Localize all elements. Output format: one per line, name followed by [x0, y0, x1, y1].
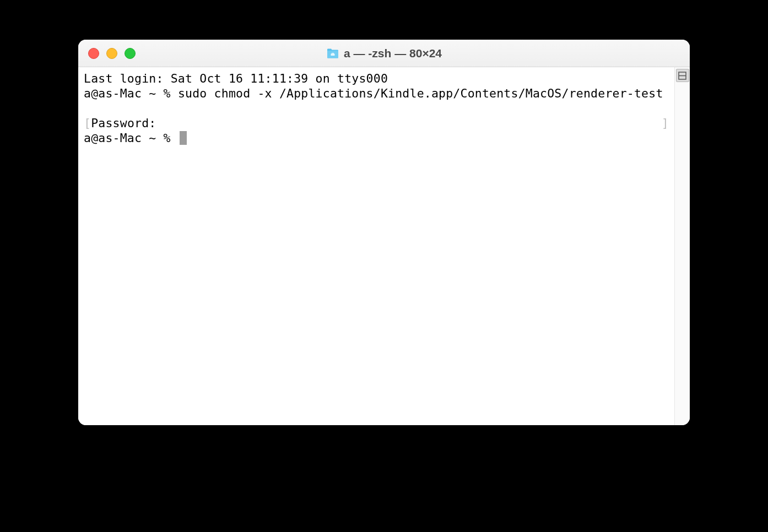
- traffic-lights: [88, 48, 136, 59]
- shell-prompt: a@as-Mac ~ %: [84, 131, 178, 146]
- terminal-line: a@as-Mac ~ % sudo chmod -x /Applications…: [84, 86, 669, 101]
- bracket-left: [: [84, 116, 91, 130]
- close-button[interactable]: [88, 48, 99, 59]
- terminal-line: a@as-Mac ~ %: [84, 131, 669, 146]
- terminal-blank-line: [84, 101, 669, 116]
- folder-icon: [326, 48, 339, 59]
- scroll-indicator-icon[interactable]: [676, 69, 689, 82]
- window-title: a — -zsh — 80×24: [326, 47, 442, 60]
- window-title-text: a — -zsh — 80×24: [344, 47, 442, 60]
- terminal-window: a — -zsh — 80×24 Last login: Sat Oct 16 …: [78, 40, 690, 425]
- terminal-line: [Password:]: [84, 116, 669, 131]
- text-cursor: [180, 131, 187, 145]
- shell-command: sudo chmod -x /Applications/Kindle.app/C…: [178, 86, 663, 100]
- scrollbar[interactable]: [674, 67, 690, 425]
- terminal-output[interactable]: Last login: Sat Oct 16 11:11:39 on ttys0…: [78, 67, 674, 425]
- content-area: Last login: Sat Oct 16 11:11:39 on ttys0…: [78, 67, 690, 425]
- shell-prompt: a@as-Mac ~ %: [84, 86, 178, 100]
- terminal-line: Last login: Sat Oct 16 11:11:39 on ttys0…: [84, 72, 669, 86]
- password-prompt: Password:: [91, 116, 156, 130]
- bracket-right: ]: [662, 116, 669, 131]
- minimize-button[interactable]: [106, 48, 117, 59]
- zoom-button[interactable]: [125, 48, 136, 59]
- split-icon: [678, 72, 686, 80]
- titlebar[interactable]: a — -zsh — 80×24: [78, 40, 690, 67]
